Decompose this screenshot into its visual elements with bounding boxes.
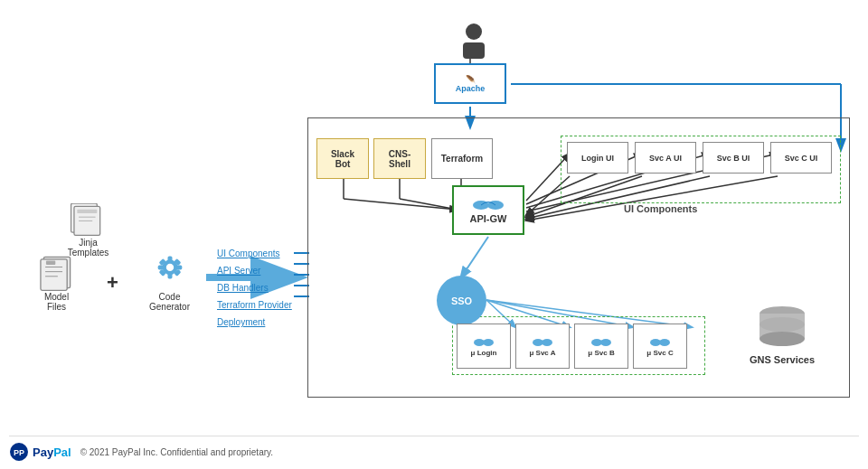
- plus-sign: +: [107, 271, 118, 295]
- jinja-templates-box: JinjaTemplates: [59, 203, 118, 258]
- svg-rect-58: [167, 256, 172, 262]
- ui-components-label: UI Components: [624, 203, 697, 214]
- output-label-ui: UI Components: [217, 249, 292, 258]
- mu-svc-b-box: μ Svc B: [574, 324, 628, 369]
- svg-rect-50: [45, 261, 54, 265]
- mu-svc-a-box: μ Svc A: [515, 324, 570, 369]
- output-label-db: DB Handlers: [217, 283, 292, 293]
- footer: PP Pay Pal © 2021 PayPal Inc. Confidenti…: [9, 436, 859, 462]
- svc-c-ui-box: Svc C UI: [770, 142, 832, 174]
- code-generator-box: CodeGenerator: [136, 239, 203, 312]
- footer-copyright: © 2021 PayPal Inc. Confidential and prop…: [80, 447, 273, 457]
- model-files-box: ModelFiles: [27, 253, 86, 312]
- output-label-api: API Server: [217, 266, 292, 276]
- slack-bot-box: SlackBot: [316, 138, 369, 179]
- svg-point-29: [466, 23, 482, 40]
- svg-rect-59: [167, 273, 172, 279]
- terraform-label: Terraform: [441, 154, 484, 164]
- svg-point-44: [760, 317, 805, 332]
- apache-box: 🪶 Apache: [434, 63, 506, 104]
- svg-point-43: [760, 332, 805, 346]
- slack-label: SlackBot: [331, 149, 354, 169]
- paypal-text-pal: Pal: [53, 446, 71, 459]
- svg-rect-53: [77, 210, 97, 213]
- apache-label: Apache: [456, 84, 486, 93]
- gns-services-box: GNS Services: [723, 289, 841, 380]
- svg-text:PP: PP: [14, 448, 24, 457]
- apigw-label: API-GW: [470, 213, 507, 224]
- output-label-tf: Terraform Provider: [217, 300, 292, 310]
- mu-login-box: μ Login: [457, 324, 511, 369]
- svg-point-34: [483, 339, 494, 346]
- output-label-deploy: Deployment: [217, 317, 292, 327]
- cns-shell-box: CNS-Shell: [373, 138, 426, 179]
- svg-rect-61: [175, 265, 182, 269]
- model-files-label: ModelFiles: [44, 292, 69, 312]
- code-gen-label: CodeGenerator: [149, 292, 190, 312]
- paypal-text-pay: Pay: [33, 446, 53, 459]
- api-gw-box: API-GW: [452, 185, 524, 235]
- gns-label: GNS Services: [750, 354, 815, 365]
- svg-point-57: [165, 264, 173, 271]
- svc-b-ui-box: Svc B UI: [703, 142, 764, 174]
- svg-point-36: [542, 339, 552, 346]
- sso-circle: SSO: [437, 276, 486, 325]
- person-icon: [459, 23, 488, 65]
- architecture-diagram: 🪶 Apache UI Components SlackBot CNS-Shel…: [9, 9, 859, 425]
- svg-rect-60: [157, 265, 164, 269]
- sso-label: SSO: [451, 295, 472, 306]
- paypal-logo: PP Pay Pal: [9, 442, 71, 462]
- svg-point-40: [659, 339, 670, 346]
- jinja-label: JinjaTemplates: [68, 238, 109, 258]
- login-ui-box: Login UI: [567, 142, 628, 174]
- cns-label: CNS-Shell: [389, 149, 410, 169]
- svg-point-38: [600, 339, 611, 346]
- svc-a-ui-box: Svc A UI: [635, 142, 696, 174]
- output-labels-container: UI Components API Server DB Handlers Ter…: [217, 249, 292, 327]
- svg-rect-30: [463, 42, 485, 59]
- mu-svc-c-box: μ Svc C: [633, 324, 687, 369]
- terraform-box: Terraform: [431, 138, 493, 179]
